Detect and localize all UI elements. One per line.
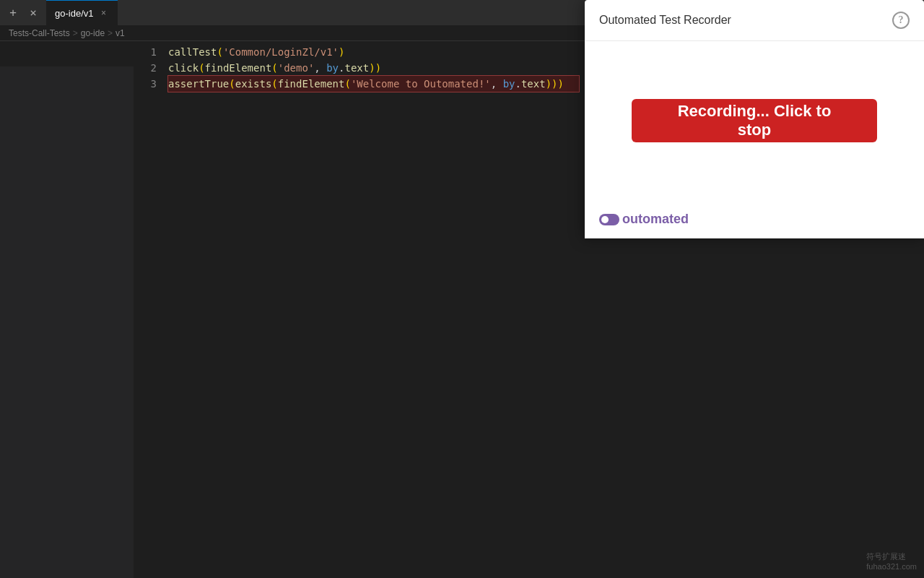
code-token: by <box>326 62 339 74</box>
code-token: , <box>314 62 326 74</box>
code-token: assertTrue <box>168 78 229 90</box>
code-token: . <box>515 78 521 90</box>
tab-bar: + × go-ide/v1 × <box>0 0 585 25</box>
code-token: ( <box>344 78 350 90</box>
code-content[interactable]: callTest('Common/LoginZl/v1') click(find… <box>162 41 585 578</box>
code-token: ( <box>217 46 222 58</box>
code-token: 'Common/LoginZl/v1' <box>223 46 339 58</box>
code-token: callTest <box>168 46 217 58</box>
brand-name: outomated <box>622 212 689 227</box>
line-number-3: 3 <box>134 76 157 92</box>
breadcrumb-sep-2: > <box>108 28 113 38</box>
code-token: by <box>503 78 515 90</box>
code-token: text <box>521 78 546 90</box>
tab-actions: + × <box>3 3 43 23</box>
code-token: ) <box>339 46 344 58</box>
code-token: ))) <box>546 78 564 90</box>
tab-go-ide[interactable]: go-ide/v1 × <box>46 0 118 25</box>
code-area: 1 2 3 callTest('Common/LoginZl/v1') clic… <box>134 41 585 578</box>
line-numbers: 1 2 3 <box>134 41 162 578</box>
code-token: findElement <box>205 62 272 74</box>
line-number-1: 1 <box>134 44 157 60</box>
add-tab-button[interactable]: + <box>3 3 23 23</box>
code-token: findElement <box>278 78 345 90</box>
line-number-2: 2 <box>134 60 157 76</box>
code-token: text <box>344 62 369 74</box>
panel-header: Outomated Test Recorder ? <box>585 0 924 41</box>
code-line-2: click(findElement('demo', by.text)) <box>168 60 579 76</box>
code-token: ( <box>229 78 235 90</box>
brand-icon <box>599 214 619 225</box>
breadcrumb-part-2: go-ide <box>81 28 105 38</box>
code-line-1: callTest('Common/LoginZl/v1') <box>168 44 579 60</box>
code-token: )) <box>369 62 381 74</box>
watermark-line2: fuhao321.com <box>866 562 917 571</box>
code-token: ( <box>271 78 277 90</box>
help-icon[interactable]: ? <box>892 12 910 29</box>
code-token: , <box>491 78 503 90</box>
code-token: 'Welcome to Outomated!' <box>351 78 491 90</box>
code-token: click <box>168 62 199 74</box>
breadcrumb-part-3: v1 <box>116 28 125 38</box>
tab-label: go-ide/v1 <box>55 8 93 19</box>
code-line-3: assertTrue(exists(findElement('Welcome t… <box>168 76 579 92</box>
stop-recording-button[interactable]: Recording... Click to stop <box>632 99 877 142</box>
breadcrumb: Tests-Call-Tests > go-ide > v1 <box>0 25 585 41</box>
editor-body: 1 2 3 callTest('Common/LoginZl/v1') clic… <box>0 41 585 578</box>
panel-body: Recording... Click to stop <box>585 41 924 200</box>
code-token: 'demo' <box>278 62 315 74</box>
code-token: exists <box>235 78 272 90</box>
panel-title: Outomated Test Recorder <box>599 14 731 27</box>
tab-close-icon[interactable]: × <box>97 7 109 19</box>
sidebar-left <box>0 66 134 578</box>
breadcrumb-part-1: Tests-Call-Tests <box>9 28 70 38</box>
code-token: ( <box>271 62 277 74</box>
editor-area: + × go-ide/v1 × Tests-Call-Tests > go-id… <box>0 0 585 578</box>
code-token: ( <box>199 62 204 74</box>
brand-logo: outomated <box>599 212 689 227</box>
breadcrumb-sep-1: > <box>73 28 78 38</box>
close-tab-button[interactable]: × <box>23 3 43 23</box>
watermark: 符号扩展迷 fuhao321.com <box>866 551 917 571</box>
watermark-line1: 符号扩展迷 <box>866 551 917 562</box>
recorder-panel: Outomated Test Recorder ? Recording... C… <box>585 0 924 238</box>
panel-footer: outomated <box>585 200 924 238</box>
